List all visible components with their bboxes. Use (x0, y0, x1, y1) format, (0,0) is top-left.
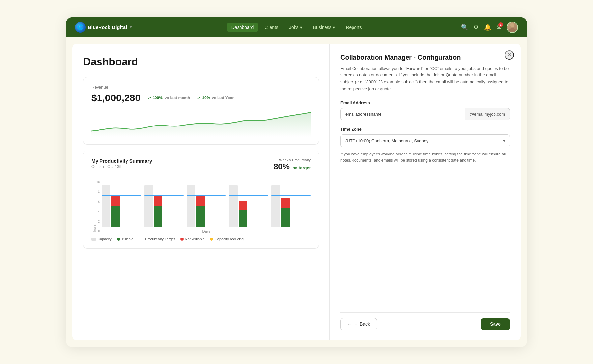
timezone-select-wrapper: (UTC+10:00) Canberra, Melbourne, Sydney … (340, 134, 510, 147)
avatar[interactable] (507, 22, 518, 33)
legend-productivity-target: Productivity Target (139, 237, 175, 241)
modal-title: Collaboration Manager - Configuration (340, 54, 510, 61)
timezone-select[interactable]: (UTC+10:00) Canberra, Melbourne, Sydney (340, 134, 510, 147)
search-icon[interactable]: 🔍 (461, 24, 468, 31)
capacity-bar-2 (144, 185, 153, 227)
up-arrow-icon: ↗ (147, 95, 151, 100)
productivity-line-1 (102, 195, 141, 196)
nav-item-clients[interactable]: Clients (260, 23, 283, 32)
up-arrow-year-icon: ↗ (197, 95, 201, 100)
on-target: on target (292, 165, 311, 170)
capacity-bar-3 (187, 185, 195, 227)
vs-last-year-badge: ↗ 10% vs last Year (197, 95, 234, 100)
billable-bar-5 (281, 208, 290, 227)
legend-billable: Billable (117, 237, 133, 241)
page-title: Dashboard (83, 56, 319, 68)
weekly-pct-row: 80% on target (274, 162, 311, 171)
bar-chart: Hours 10 8 6 4 2 0 (91, 175, 311, 233)
modal-description: Email Collaboration allows you to "Forwa… (340, 65, 510, 93)
nav-item-business[interactable]: Business ▾ (308, 23, 340, 32)
revenue-row: $1,000,280 ↗ 100% vs last month ↗ 10% vs… (91, 92, 311, 103)
productivity-card: My Productivity Summary Oct 9th - Oct 13… (83, 151, 319, 249)
y-axis-title: Hours (91, 181, 96, 233)
nav-item-jobs[interactable]: Jobs ▾ (284, 23, 307, 32)
stacked-bar-2 (154, 196, 162, 227)
legend-capacity-icon (91, 238, 96, 241)
timezone-field-label: Time Zone (340, 127, 510, 132)
stacked-bar-1 (111, 196, 120, 227)
productivity-header-left: My Productivity Summary Oct 9th - Oct 13… (91, 158, 152, 169)
timezone-note: If you have employees working across mul… (340, 151, 510, 164)
productivity-header-right: Weekly Productivity 80% on target (274, 158, 311, 171)
brand-chevron-icon[interactable]: ▾ (130, 25, 132, 29)
close-button[interactable]: ✕ (505, 50, 514, 60)
nav-item-reports[interactable]: Reports (341, 23, 366, 32)
back-button[interactable]: ← ← Back (340, 318, 377, 330)
legend-non-billable-icon (180, 238, 184, 241)
brand-logo-icon: 🌐 (75, 22, 86, 33)
billable-bar-4 (239, 210, 247, 227)
non-billable-bar-5 (281, 198, 290, 208)
productivity-line-3 (187, 195, 226, 196)
legend-non-billable: Non-Billable (180, 237, 205, 241)
configuration-panel: ✕ Collaboration Manager - Configuration … (329, 44, 521, 340)
non-billable-bar-1 (111, 196, 120, 206)
brand-area: 🌐 BlueRock Digital ▾ (75, 22, 132, 33)
navbar: 🌐 BlueRock Digital ▾ Dashboard Clients J… (66, 17, 527, 37)
non-billable-bar-4 (239, 201, 247, 210)
capacity-bar-4 (229, 185, 238, 227)
brand-name: BlueRock Digital (88, 24, 127, 30)
revenue-chart (91, 107, 311, 137)
notification-icon[interactable]: 🔔 (484, 24, 491, 31)
email-domain: @emailmyjob.com (465, 108, 510, 120)
legend-target-icon (139, 239, 143, 239)
nav-right: 🔍 ⚙ 🔔 ✉ 1 (461, 22, 518, 33)
left-panel: Dashboard Revenue $1,000,280 ↗ 100% vs l… (72, 44, 329, 340)
billable-bar-3 (196, 206, 205, 227)
productivity-title: My Productivity Summary (91, 158, 152, 164)
bar-group-3 (187, 175, 226, 227)
legend-capacity-reducing: Capacity reducing (210, 237, 244, 241)
svg-point-0 (510, 23, 514, 27)
nav-center: Dashboard Clients Jobs ▾ Business ▾ Repo… (227, 23, 367, 32)
x-axis-title: Days (102, 229, 311, 233)
productivity-line-2 (144, 195, 184, 196)
business-chevron-icon: ▾ (333, 25, 335, 30)
billable-bar-1 (111, 206, 120, 227)
legend-capacity-reducing-icon (210, 238, 213, 241)
chart-legend: Capacity Billable Productivity Target No… (91, 237, 311, 241)
email-field-label: Email Address (340, 100, 510, 105)
email-input-row: @emailmyjob.com (340, 108, 510, 120)
save-button[interactable]: Save (481, 318, 510, 330)
bar-group-5 (271, 175, 311, 227)
billable-bar-2 (154, 206, 162, 227)
revenue-card: Revenue $1,000,280 ↗ 100% vs last month … (83, 77, 319, 145)
productivity-line-4 (229, 195, 268, 196)
messages-icon[interactable]: ✉ 1 (496, 24, 501, 31)
main-content: Dashboard Revenue $1,000,280 ↗ 100% vs l… (72, 44, 521, 340)
capacity-bar-1 (102, 185, 110, 227)
bars-container: Days (102, 175, 311, 233)
non-billable-bar-3 (196, 196, 205, 206)
bar-group-2 (144, 175, 184, 227)
productivity-line-5 (271, 195, 311, 196)
message-badge: 1 (498, 22, 503, 27)
back-arrow-icon: ← (347, 322, 352, 327)
settings-icon[interactable]: ⚙ (473, 24, 479, 31)
productivity-header: My Productivity Summary Oct 9th - Oct 13… (91, 158, 311, 171)
bar-group-1 (102, 175, 141, 227)
nav-item-dashboard[interactable]: Dashboard (227, 23, 259, 32)
stacked-bar-5 (281, 198, 290, 227)
revenue-amount: $1,000,280 (91, 92, 141, 103)
modal-footer: ← ← Back Save (340, 312, 510, 330)
productivity-date: Oct 9th - Oct 13th (91, 164, 152, 169)
legend-capacity: Capacity (91, 237, 112, 241)
y-axis: 10 8 6 4 2 0 (96, 181, 102, 233)
capacity-bar-5 (271, 185, 280, 227)
bar-group-4 (229, 175, 268, 227)
vs-last-month-badge: ↗ 100% vs last month (147, 95, 190, 100)
svg-point-1 (509, 28, 516, 32)
stacked-bar-3 (196, 196, 205, 227)
avatar-image (507, 22, 517, 32)
email-input[interactable] (340, 108, 465, 120)
